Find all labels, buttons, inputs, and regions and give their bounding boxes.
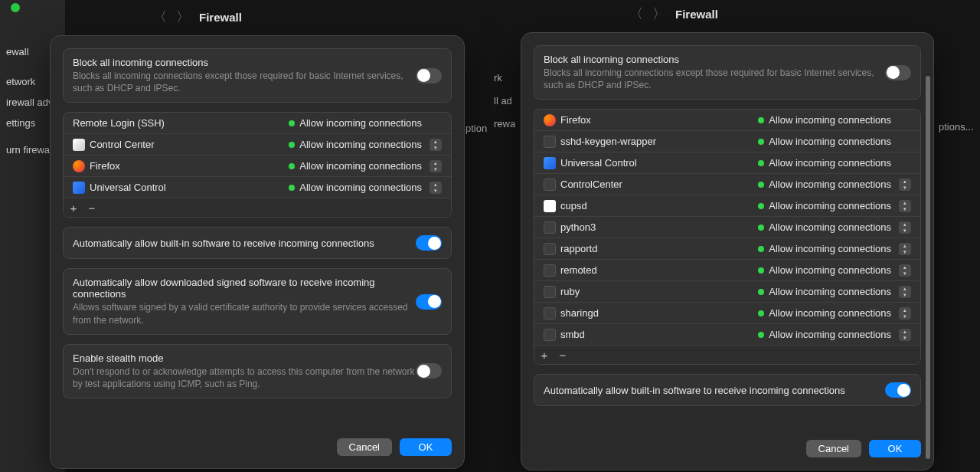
status-stepper-icon[interactable]: ▴▾ — [430, 160, 442, 172]
list-row[interactable]: Universal ControlAllow incoming connecti… — [64, 177, 451, 198]
scrollbar[interactable] — [926, 76, 930, 459]
list-row[interactable]: FirefoxAllow incoming connections▴▾ — [534, 110, 920, 131]
nav-forward-icon[interactable]: 〉 — [176, 8, 190, 26]
add-app-button[interactable]: + — [536, 347, 553, 362]
auto-builtin-toggle[interactable] — [416, 235, 442, 251]
app-status[interactable]: Allow incoming connections▴▾ — [758, 157, 911, 169]
status-stepper-icon[interactable]: ▴▾ — [899, 200, 911, 212]
list-row[interactable]: FirefoxAllow incoming connections▴▾ — [64, 156, 451, 177]
auto-signed-panel: Automatically allow downloaded signed so… — [63, 268, 452, 334]
status-dot-icon — [758, 332, 764, 338]
status-text: Allow incoming connections — [769, 179, 891, 190]
app-name: Universal Control — [90, 182, 166, 193]
bg-text-adv: ll ad — [494, 95, 512, 107]
status-stepper-icon[interactable]: ▴▾ — [899, 286, 911, 298]
app-status[interactable]: Allow incoming connections▴▾ — [289, 160, 442, 172]
auto-builtin-title: Automatically allow built-in software to… — [73, 238, 416, 249]
app-status[interactable]: Allow incoming connections▴▾ — [758, 286, 911, 298]
list-row[interactable]: ControlCenterAllow incoming connections▴… — [534, 174, 920, 195]
generic-icon — [544, 329, 556, 341]
ok-button[interactable]: OK — [400, 438, 452, 456]
block-all-subtitle: Blocks all incoming connections except t… — [544, 67, 885, 91]
app-name: Universal Control — [560, 157, 637, 169]
stealth-panel: Enable stealth mode Don't respond to or … — [63, 344, 452, 398]
status-stepper-icon[interactable]: ▴▾ — [899, 329, 911, 341]
add-app-button[interactable]: + — [65, 200, 82, 215]
status-stepper-icon[interactable]: ▴▾ — [899, 264, 911, 277]
breadcrumb-right: 〈 〉 Firewall — [629, 0, 718, 28]
list-row[interactable]: Remote Login (SSH)Allow incoming connect… — [64, 113, 451, 134]
generic-icon — [544, 264, 556, 277]
list-row[interactable]: python3Allow incoming connections▴▾ — [534, 217, 920, 238]
bg-text-rk: rk — [494, 72, 502, 84]
status-dot-icon — [758, 139, 764, 145]
bg-text-options-right: ptions... — [939, 121, 974, 133]
status-dot-icon — [758, 182, 764, 188]
app-status[interactable]: Allow incoming connections▴▾ — [758, 114, 911, 126]
auto-signed-toggle[interactable] — [416, 294, 442, 310]
list-row[interactable]: rubyAllow incoming connections▴▾ — [534, 281, 920, 303]
app-status[interactable]: Allow incoming connections▴▾ — [289, 182, 442, 194]
app-list-right: FirefoxAllow incoming connections▴▾sshd-… — [534, 109, 921, 365]
status-text: Allow incoming connections — [769, 286, 891, 297]
cancel-button[interactable]: Cancel — [337, 438, 392, 456]
status-text: Allow incoming connections — [769, 157, 891, 169]
app-status[interactable]: Allow incoming connections▴▾ — [758, 307, 911, 320]
list-row[interactable]: sharingdAllow incoming connections▴▾ — [534, 303, 920, 324]
status-text: Allow incoming connections — [299, 139, 422, 150]
firefox-icon — [73, 160, 85, 172]
app-name: Firefox — [560, 114, 591, 126]
app-status[interactable]: Allow incoming connections▴▾ — [289, 117, 442, 129]
app-status[interactable]: Allow incoming connections▴▾ — [758, 136, 911, 148]
app-name: smbd — [560, 329, 585, 340]
app-status[interactable]: Allow incoming connections▴▾ — [758, 179, 911, 191]
status-text: Allow incoming connections — [769, 307, 891, 319]
app-status[interactable]: Allow incoming connections▴▾ — [289, 139, 442, 151]
status-stepper-icon[interactable]: ▴▾ — [899, 221, 911, 234]
cancel-button[interactable]: Cancel — [806, 440, 861, 457]
status-stepper-icon[interactable]: ▴▾ — [899, 179, 911, 191]
generic-icon — [544, 179, 556, 191]
window-traffic-light-green[interactable] — [11, 3, 20, 12]
ok-button[interactable]: OK — [869, 440, 921, 457]
nav-back-icon[interactable]: 〈 — [629, 5, 643, 23]
list-row[interactable]: remotedAllow incoming connections▴▾ — [534, 260, 920, 281]
app-status[interactable]: Allow incoming connections▴▾ — [758, 221, 911, 234]
list-row[interactable]: rapportdAllow incoming connections▴▾ — [534, 238, 920, 260]
generic-icon — [544, 136, 556, 148]
app-status[interactable]: Allow incoming connections▴▾ — [758, 264, 911, 277]
sheet-buttons: Cancel OK — [63, 429, 452, 456]
nav-forward-icon[interactable]: 〉 — [652, 5, 666, 23]
status-text: Allow incoming connections — [299, 182, 422, 193]
stealth-toggle[interactable] — [416, 363, 442, 379]
status-text: Allow incoming connections — [769, 136, 891, 147]
status-dot-icon — [758, 203, 764, 209]
auto-builtin-toggle[interactable] — [885, 382, 911, 398]
page-title-right: Firewall — [675, 8, 718, 21]
nav-back-icon[interactable]: 〈 — [153, 8, 167, 26]
status-stepper-icon[interactable]: ▴▾ — [899, 243, 911, 255]
remove-app-button[interactable]: − — [83, 200, 100, 215]
status-stepper-icon[interactable]: ▴▾ — [430, 182, 442, 194]
generic-icon — [544, 221, 556, 234]
app-status[interactable]: Allow incoming connections▴▾ — [758, 329, 911, 341]
block-all-toggle[interactable] — [416, 68, 442, 84]
list-row[interactable]: sshd-keygen-wrapperAllow incoming connec… — [534, 131, 920, 152]
block-all-subtitle: Blocks all incoming connections except t… — [73, 70, 416, 94]
app-name: python3 — [560, 221, 596, 233]
block-all-toggle[interactable] — [885, 65, 911, 80]
status-dot-icon — [758, 310, 764, 316]
auto-builtin-title: Automatically allow built-in software to… — [544, 385, 885, 396]
remove-app-button[interactable]: − — [554, 347, 571, 362]
list-row[interactable]: cupsdAllow incoming connections▴▾ — [534, 195, 920, 217]
status-stepper-icon[interactable]: ▴▾ — [430, 139, 442, 151]
app-status[interactable]: Allow incoming connections▴▾ — [758, 243, 911, 255]
app-name: Firefox — [90, 160, 120, 172]
firewall-options-sheet-left: Block all incoming connections Blocks al… — [50, 35, 465, 469]
list-row[interactable]: smbdAllow incoming connections▴▾ — [534, 324, 920, 345]
list-row[interactable]: Control CenterAllow incoming connections… — [64, 134, 451, 156]
status-stepper-icon[interactable]: ▴▾ — [899, 307, 911, 320]
app-status[interactable]: Allow incoming connections▴▾ — [758, 200, 911, 212]
breadcrumb-left: 〈 〉 Firewall — [153, 3, 242, 31]
list-row[interactable]: Universal ControlAllow incoming connecti… — [534, 152, 920, 174]
